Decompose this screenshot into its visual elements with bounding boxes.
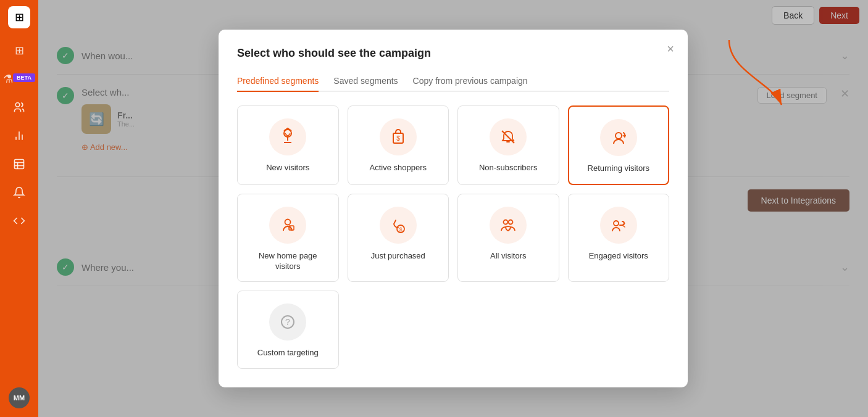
sidebar-logo: ⊞ [8,6,30,28]
modal-close-button[interactable]: × [667,42,674,56]
svg-point-16 [285,219,291,225]
avatar[interactable]: MM [9,387,30,408]
returning-visitors-icon [600,119,637,156]
sidebar-item-bell[interactable] [7,180,31,205]
sidebar-item-chart[interactable] [7,123,31,148]
sidebar-item-table[interactable] [7,152,31,176]
sidebar: ⊞ ⊞ ⚗ BETA MM [0,0,38,417]
svg-point-0 [15,103,20,107]
segment-non-subscribers[interactable]: Non-subscribers [457,105,559,185]
segment-returning-visitors[interactable]: Returning visitors [568,105,670,185]
segment-new-visitors[interactable]: New visitors [237,105,339,185]
all-visitors-label: All visitors [490,251,527,262]
beta-badge: BETA [13,73,35,82]
modal-title: Select who should see the campaign [237,47,669,60]
non-subscribers-label: Non-subscribers [479,163,538,173]
svg-point-21 [504,220,508,224]
just-purchased-icon: $ [380,207,417,244]
logo-icon: ⊞ [15,10,24,24]
custom-targeting-icon: ? [269,303,306,341]
engaged-visitors-icon [600,207,637,244]
sidebar-item-users[interactable] [7,95,31,120]
svg-text:$: $ [396,135,400,142]
tab-predefined[interactable]: Predefined segments [237,71,319,92]
active-shoppers-label: Active shoppers [370,163,427,173]
segment-new-home-page[interactable]: New home page visitors [237,194,339,283]
active-shoppers-icon: $ [380,118,417,155]
svg-point-23 [614,221,619,226]
returning-visitors-label: Returning visitors [588,163,649,174]
segment-just-purchased[interactable]: $ Just purchased [348,194,449,283]
segment-custom-targeting[interactable]: ? Custom targeting [237,291,339,369]
sidebar-item-dashboard[interactable]: ⊞ [7,38,31,63]
new-home-page-label: New home page visitors [246,251,330,272]
new-visitors-label: New visitors [266,163,309,173]
sidebar-item-lab[interactable]: ⚗ BETA [7,67,31,91]
modal: Select who should see the campaign × Pre… [219,30,688,388]
engaged-visitors-label: Engaged visitors [589,251,648,262]
custom-targeting-label: Custom targeting [257,348,319,358]
segment-active-shoppers[interactable]: $ Active shoppers [348,105,449,185]
tab-copy[interactable]: Copy from previous campaign [413,71,528,92]
all-visitors-icon [490,207,527,244]
just-purchased-label: Just purchased [371,251,425,262]
segment-engaged-visitors[interactable]: Engaged visitors [568,194,670,283]
segment-grid: New visitors $ Active shoppers [237,105,669,370]
new-home-page-icon [269,207,306,244]
svg-point-15 [616,133,622,139]
segment-all-visitors[interactable]: All visitors [457,194,559,283]
sidebar-item-code[interactable] [7,208,31,233]
tab-saved[interactable]: Saved segments [333,71,398,92]
new-visitors-icon [269,118,306,155]
non-subscribers-icon [490,118,527,155]
modal-overlay: Select who should see the campaign × Pre… [38,0,868,417]
svg-text:$: $ [399,226,402,233]
svg-rect-4 [15,160,24,169]
svg-text:?: ? [285,317,290,327]
svg-point-22 [509,220,513,224]
modal-tabs: Predefined segments Saved segments Copy … [237,71,669,92]
